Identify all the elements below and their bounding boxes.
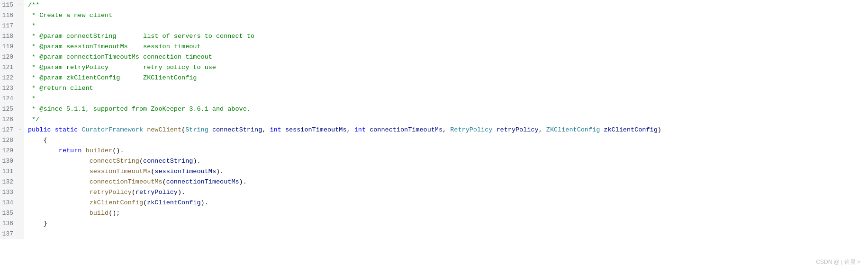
code-content-116: * Create a new client	[24, 10, 868, 21]
code-line-130: 130 connectString(connectString).	[0, 156, 868, 166]
code-editor: 115 − /** 116 * Create a new client 117 …	[0, 0, 868, 271]
line-num-130: 130	[0, 156, 17, 166]
code-line-137: 137	[0, 229, 868, 239]
code-line-118: 118 * @param connectString list of serve…	[0, 31, 868, 42]
line-num-127: 127	[0, 125, 17, 135]
code-content-118: * @param connectString list of servers t…	[24, 31, 868, 42]
code-content-119: * @param sessionTimeoutMs session timeou…	[24, 42, 868, 52]
line-num-132: 132	[0, 177, 17, 187]
code-content-130: connectString(connectString).	[24, 156, 868, 166]
code-line-134: 134 zkClientConfig(zkClientConfig).	[0, 198, 868, 208]
code-content-124: *	[24, 94, 868, 104]
code-content-122: * @param zkClientConfig ZKClientConfig	[24, 73, 868, 83]
line-num-128: 128	[0, 135, 17, 146]
code-content-128: {	[24, 135, 868, 146]
code-line-119: 119 * @param sessionTimeoutMs session ti…	[0, 42, 868, 52]
code-line-122: 122 * @param zkClientConfig ZKClientConf…	[0, 73, 868, 83]
line-num-121: 121	[0, 62, 17, 73]
code-content-131: sessionTimeoutMs(sessionTimeoutMs).	[24, 166, 868, 177]
line-num-136: 136	[0, 219, 17, 229]
code-line-136: 136 }	[0, 219, 868, 229]
code-line-129: 129 return builder().	[0, 146, 868, 156]
code-line-117: 117 *	[0, 21, 868, 31]
code-content-117: *	[24, 21, 868, 31]
code-content-137	[24, 229, 868, 239]
code-content-120: * @param connectionTimeoutMs connection …	[24, 52, 868, 62]
code-line-131: 131 sessionTimeoutMs(sessionTimeoutMs).	[0, 166, 868, 177]
line-num-115: 115	[0, 0, 17, 10]
code-content-115: /**	[24, 0, 868, 10]
line-num-119: 119	[0, 42, 17, 52]
line-num-133: 133	[0, 187, 17, 198]
line-num-120: 120	[0, 52, 17, 62]
line-num-135: 135	[0, 208, 17, 219]
code-content-126: */	[24, 114, 868, 125]
line-num-124: 124	[0, 94, 17, 104]
code-line-133: 133 retryPolicy(retryPolicy).	[0, 187, 868, 198]
code-content-132: connectionTimeoutMs(connectionTimeoutMs)…	[24, 177, 868, 187]
code-line-126: 126 */	[0, 114, 868, 125]
code-content-129: return builder().	[24, 146, 868, 156]
code-content-125: * @since 5.1.1, supported from ZooKeeper…	[24, 104, 868, 114]
line-num-117: 117	[0, 21, 17, 31]
code-line-132: 132 connectionTimeoutMs(connectionTimeou…	[0, 177, 868, 187]
line-num-131: 131	[0, 166, 17, 177]
line-num-116: 116	[0, 10, 17, 21]
code-line-115: 115 − /**	[0, 0, 868, 10]
code-content-133: retryPolicy(retryPolicy).	[24, 187, 868, 198]
line-num-126: 126	[0, 114, 17, 125]
watermark: CSDN @ | 许晨 >	[816, 257, 860, 267]
line-num-129: 129	[0, 146, 17, 156]
code-line-120: 120 * @param connectionTimeoutMs connect…	[0, 52, 868, 62]
line-num-122: 122	[0, 73, 17, 83]
collapse-115[interactable]: −	[17, 0, 24, 10]
code-content-127: public static CuratorFramework newClient…	[24, 125, 868, 135]
collapse-127[interactable]: −	[17, 125, 24, 135]
line-num-125: 125	[0, 104, 17, 114]
code-line-125: 125 * @since 5.1.1, supported from ZooKe…	[0, 104, 868, 114]
code-content-136: }	[24, 219, 868, 229]
code-line-116: 116 * Create a new client	[0, 10, 868, 21]
code-line-135: 135 build();	[0, 208, 868, 219]
line-num-123: 123	[0, 83, 17, 94]
line-num-118: 118	[0, 31, 17, 42]
code-content-123: * @return client	[24, 83, 868, 94]
code-content-134: zkClientConfig(zkClientConfig).	[24, 198, 868, 208]
code-content-121: * @param retryPolicy retry policy to use	[24, 62, 868, 73]
code-line-128: 128 {	[0, 135, 868, 146]
line-num-137: 137	[0, 229, 17, 239]
code-line-124: 124 *	[0, 94, 868, 104]
code-line-127: 127 − public static CuratorFramework new…	[0, 125, 868, 135]
code-line-123: 123 * @return client	[0, 83, 868, 94]
code-content-135: build();	[24, 208, 868, 219]
code-line-121: 121 * @param retryPolicy retry policy to…	[0, 62, 868, 73]
line-num-134: 134	[0, 198, 17, 208]
